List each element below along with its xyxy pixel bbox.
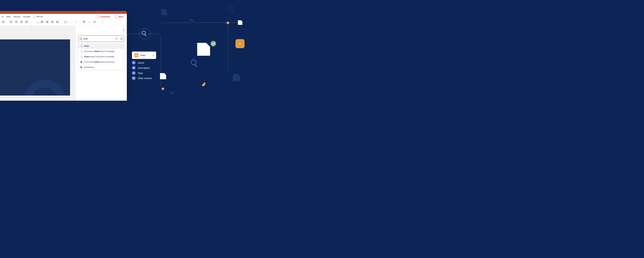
tell-me[interactable]: Tell me [33,16,43,18]
decrease-indent-button[interactable] [40,20,44,24]
numbering-button[interactable] [35,20,39,24]
suggestion-item[interactable]: Auto [78,43,124,49]
rounded-square-icon [236,39,244,48]
toolbar-btn[interactable] [1,20,5,24]
filter-option-label: Tags [138,72,143,74]
ribbon-tab[interactable]: w [2,16,3,18]
ribbon-tab-acrobat[interactable]: Acrobat [23,16,30,18]
share-label: Share [118,16,124,18]
suggestion-text: Document Automation discovery [84,61,114,63]
insert-shape-button[interactable] [69,20,73,24]
comments-label: Comments [100,16,110,18]
document-icon [238,20,242,25]
filter-option-slide-content[interactable]: Slide content [132,76,152,80]
search-icon [80,38,82,40]
search-icon [80,45,82,47]
document-icon [161,9,167,15]
ribbon-tabs: w View Record Acrobat Tell me Comments S… [0,14,127,19]
check-icon [132,71,136,75]
search-icon [142,31,146,35]
check-icon [132,66,136,70]
slide[interactable] [0,39,70,96]
filter-option-name[interactable]: Name [132,61,152,64]
search-input[interactable] [83,37,114,40]
bullets-button[interactable] [30,20,34,24]
filter-options: Name Description Tags Slide content [132,61,152,80]
connector-line [201,23,243,23]
chevron-down-icon [152,54,154,56]
ribbon-tab-record[interactable]: Record [13,16,20,18]
align-left-button[interactable] [9,20,13,24]
document-icon [233,74,240,81]
document-icon [197,43,210,56]
filter-option-label: Description [138,67,150,69]
tag-icon [80,66,82,68]
suggestion-text: distribution [84,66,94,69]
bulb-icon [33,16,36,18]
fill-color-button[interactable] [88,20,91,24]
columns-button[interactable] [56,20,60,24]
slide-area [0,26,75,101]
check-icon [132,76,136,80]
comment-icon [97,16,100,18]
search-icon [80,50,82,52]
new-slide-button[interactable] [100,20,105,24]
search-field-wrap: ✕ [78,36,124,42]
comments-button[interactable]: Comments [96,15,112,19]
separator [7,20,7,24]
slide-graphic [24,80,66,96]
suggestion-item[interactable]: Automated Document Assembly [78,54,124,59]
filter-option-tags[interactable]: Tags [132,71,152,75]
share-icon [115,16,117,18]
align-center-button[interactable] [14,20,18,24]
share-button[interactable]: Share [114,15,125,19]
suggestion-item[interactable]: distribution [78,65,124,70]
powerpoint-window: w View Record Acrobat Tell me Comments S… [0,11,127,101]
half-circle-icon [202,82,206,87]
search-icon [80,56,82,58]
filter-dropdown[interactable]: Filter [132,52,156,59]
suggestion-item[interactable]: Document Automation discovery [78,59,124,65]
check-icon [132,61,136,64]
connector-line [160,23,228,74]
insert-textbox-button[interactable] [74,20,78,24]
insert-picture-button[interactable] [64,20,68,24]
separator [98,20,98,24]
align-justify-button[interactable] [25,20,28,24]
format-painter-button[interactable] [92,20,96,24]
search-icon [191,60,196,65]
search-suggestions: Auto Document Automation Packages Automa… [78,43,124,70]
separator [61,20,62,24]
arrange-button[interactable] [82,20,86,24]
suggestion-text: Auto [84,45,89,47]
tag-icon [80,61,82,63]
suggestion-text: Automated Document Assembly [84,55,114,58]
search-settings-button[interactable] [120,38,123,40]
search-panel: ✕ Auto Document Automation Packages Auto… [75,26,127,101]
half-circle-icon [189,19,194,22]
ribbon-toolbar [0,19,127,26]
suggestion-text: Document Automation Packages [84,50,115,53]
check-badge-icon [210,41,216,46]
half-circle-icon [170,91,174,95]
dot-icon [227,22,229,24]
filter-option-label: Name [138,61,144,64]
suggestion-item[interactable]: Document Automation Packages [78,49,124,54]
filter-option-description[interactable]: Description [132,66,152,70]
separator [119,37,120,41]
ribbon-tab-view[interactable]: View [6,16,10,18]
window-titlebar [0,11,127,14]
search-icon [228,6,234,11]
align-right-button[interactable] [20,20,23,24]
filter-label: Filter [140,54,146,57]
clear-search-button[interactable]: ✕ [114,37,118,40]
increase-indent-button[interactable] [45,20,49,24]
filter-option-label: Slide content [138,77,152,80]
line-spacing-button[interactable] [50,20,54,24]
dot-icon [162,87,164,90]
filter-icon [134,53,138,57]
tell-me-label: Tell me [36,16,43,18]
editor-canvas: ✕ Auto Document Automation Packages Auto… [0,26,127,101]
panel-menu-button[interactable] [123,28,124,31]
